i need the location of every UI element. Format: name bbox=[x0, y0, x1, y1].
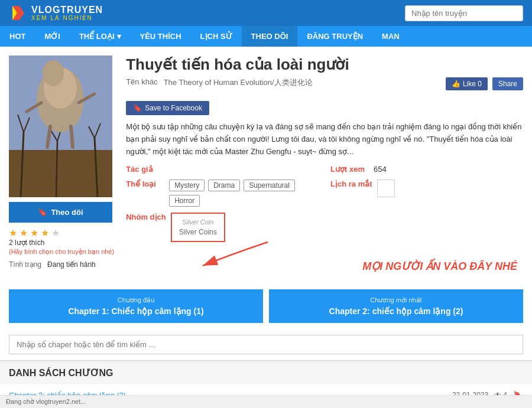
top-bar: VLOGTRUYEN XEM LÀ NGHIỀN bbox=[0, 0, 532, 26]
save-facebook-button[interactable]: 🔖 Save to Facebook bbox=[126, 101, 209, 115]
chapter-buttons: Chương đầu Chapter 1: Chiếc hộp câm lặng… bbox=[9, 289, 523, 323]
views-value: 654 bbox=[374, 165, 387, 174]
alt-name-value: The Theory of Human Evolution/人类进化论 bbox=[164, 77, 440, 88]
logo-name: VLOGTRUYEN bbox=[31, 5, 103, 15]
bookmark-fb-icon: 🔖 bbox=[133, 104, 142, 112]
status-value: Đang tiến hành bbox=[47, 260, 96, 269]
alt-name-label: Tên khác bbox=[126, 77, 157, 86]
follow-button-label: Theo dõi bbox=[51, 208, 83, 217]
nav-item-moi[interactable]: MỚI bbox=[35, 26, 69, 47]
views-label: Lượt xem bbox=[330, 165, 369, 174]
genre-label: Thể loại bbox=[126, 179, 164, 188]
star-2[interactable]: ★ bbox=[20, 227, 28, 239]
manga-description: Một bộ sưu tập những câu chuyện kỳ lạ và… bbox=[126, 121, 523, 158]
facebook-like-button[interactable]: 👍 Like 0 bbox=[446, 77, 488, 90]
save-fb-label: Save to Facebook bbox=[145, 104, 202, 112]
views-row: Lượt xem 654 bbox=[330, 165, 523, 174]
release-label: Lịch ra mắt bbox=[330, 179, 372, 188]
nav-item-dangtruyen[interactable]: ĐĂNG TRUYỆN bbox=[297, 26, 372, 47]
nav-bar: HOT MỚI THỂ LOẠI ▾ YÊU THÍCH LỊCH SỬ THE… bbox=[0, 26, 532, 47]
alt-name-row: Tên khác The Theory of Human Evolution/人… bbox=[126, 77, 523, 95]
facebook-share-button[interactable]: Share bbox=[492, 77, 523, 90]
main-content: 🔖 Theo dõi ★ ★ ★ ★ ★ 2 lượt thích (Hãy b… bbox=[0, 47, 532, 408]
star-1[interactable]: ★ bbox=[9, 227, 17, 239]
translator-label: Nhóm dịch bbox=[126, 213, 166, 221]
release-calendar bbox=[377, 179, 395, 197]
annotation-arrow bbox=[179, 236, 297, 272]
svg-point-15 bbox=[43, 60, 64, 86]
release-row: Lịch ra mắt bbox=[330, 179, 523, 207]
thumbs-up-icon: 👍 bbox=[452, 80, 460, 88]
latest-chapter-title: Chapter 2: chiếc hộp câm lặng (2) bbox=[275, 306, 517, 316]
genre-mystery[interactable]: Mystery bbox=[169, 179, 205, 191]
likes-hint: (Hãy bình chọn cho truyện bạn nhé) bbox=[9, 248, 114, 256]
manga-info: Thuyết tiến hóa của loài người Tên khác … bbox=[126, 56, 523, 283]
nav-item-man[interactable]: MAN bbox=[372, 26, 409, 47]
nav-item-theloai-label: THỂ LOẠI bbox=[79, 32, 115, 41]
star-3[interactable]: ★ bbox=[30, 227, 38, 239]
nav-item-hot[interactable]: HOT bbox=[0, 26, 35, 47]
logo-text: VLOGTRUYEN XEM LÀ NGHIỀN bbox=[31, 5, 103, 22]
likes-count: 2 lượt thích bbox=[9, 239, 114, 247]
nav-item-yeuthich[interactable]: YÊU THÍCH bbox=[131, 26, 191, 47]
follow-button[interactable]: 🔖 Theo dõi bbox=[9, 202, 112, 223]
search-input[interactable] bbox=[405, 5, 523, 21]
status-bar: Đang chờ vlogtruyen2.net... bbox=[0, 395, 532, 408]
cover-image bbox=[9, 56, 112, 197]
manga-title: Thuyết tiến hóa của loài người bbox=[126, 56, 523, 74]
author-label: Tác giả bbox=[126, 165, 164, 174]
genre-horror[interactable]: Horror bbox=[169, 195, 200, 207]
manga-left-panel: 🔖 Theo dõi ★ ★ ★ ★ ★ 2 lượt thích (Hãy b… bbox=[9, 56, 114, 283]
first-chapter-title: Chapter 1: Chiếc hộp câm lặng (1) bbox=[15, 306, 257, 316]
logo-tagline: XEM LÀ NGHIỀN bbox=[31, 15, 103, 21]
chapter-search-input[interactable] bbox=[9, 335, 523, 354]
translator-logo-text: Silver Coin bbox=[182, 218, 213, 226]
genre-drama[interactable]: Drama bbox=[208, 179, 240, 191]
translator-name: Silver Coins bbox=[179, 228, 217, 236]
nav-item-theodoi[interactable]: THEO DÕI bbox=[242, 26, 298, 47]
genre-tags: Mystery Drama Supernatural Horror bbox=[169, 179, 319, 207]
like-count: Like 0 bbox=[463, 80, 482, 88]
svg-line-17 bbox=[71, 126, 73, 147]
likes-row: ★ ★ ★ ★ ★ bbox=[9, 227, 114, 239]
genre-supernatural[interactable]: Supernatural bbox=[244, 179, 295, 191]
annotation-text: MỌI NGƯỜI ẤN VÀO ĐÂY NHÉ bbox=[362, 260, 517, 273]
social-buttons: 👍 Like 0 Share bbox=[446, 77, 523, 90]
manga-cover bbox=[9, 56, 112, 197]
nav-item-theloai[interactable]: THỂ LOẠI ▾ bbox=[70, 26, 131, 47]
chapter-list-header: DANH SÁCH CHƯƠNG bbox=[0, 360, 532, 384]
status-row: Tình trạng Đang tiến hành bbox=[9, 260, 114, 269]
status-label: Tình trạng bbox=[9, 260, 41, 269]
logo-area: VLOGTRUYEN XEM LÀ NGHIỀN bbox=[9, 4, 103, 22]
info-grid: Tác giả Lượt xem 654 Thể loại Mystery Dr… bbox=[126, 165, 523, 242]
author-row: Tác giả bbox=[126, 165, 319, 174]
latest-chapter-label: Chương mới nhất bbox=[275, 296, 517, 304]
annotation-area: MỌI NGƯỜI ẤN VÀO ĐÂY NHÉ bbox=[126, 248, 523, 283]
bookmark-icon: 🔖 bbox=[38, 208, 47, 217]
star-5[interactable]: ★ bbox=[51, 227, 60, 239]
first-chapter-label: Chương đầu bbox=[15, 296, 257, 304]
star-4[interactable]: ★ bbox=[41, 227, 49, 239]
chevron-down-icon: ▾ bbox=[117, 32, 121, 41]
nav-item-lichsu[interactable]: LỊCH SỬ bbox=[191, 26, 242, 47]
logo-icon bbox=[9, 4, 28, 22]
status-bar-text: Đang chờ vlogtruyen2.net... bbox=[6, 398, 86, 405]
genre-row: Thể loại Mystery Drama Supernatural Horr… bbox=[126, 179, 319, 207]
manga-header: 🔖 Theo dõi ★ ★ ★ ★ ★ 2 lượt thích (Hãy b… bbox=[9, 56, 523, 283]
latest-chapter-button[interactable]: Chương mới nhất Chapter 2: chiếc hộp câm… bbox=[269, 289, 523, 323]
first-chapter-button[interactable]: Chương đầu Chapter 1: Chiếc hộp câm lặng… bbox=[9, 289, 263, 323]
